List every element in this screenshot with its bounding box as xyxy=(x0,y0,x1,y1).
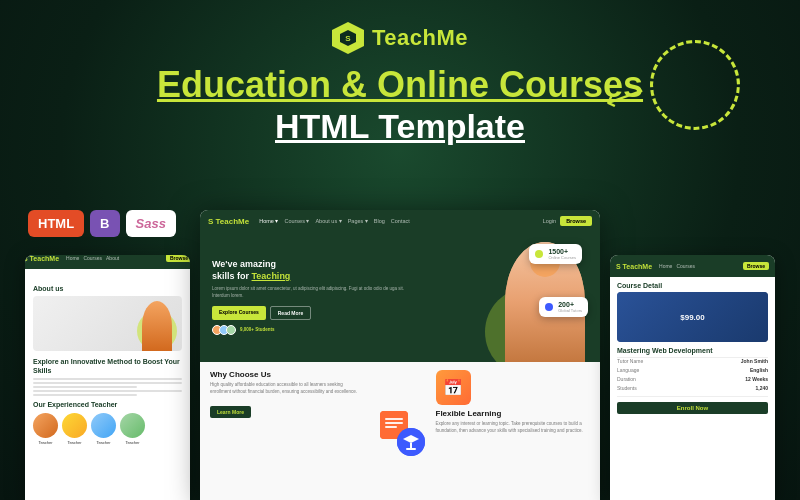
student-avatars xyxy=(212,325,236,335)
calendar-icon: 📅 xyxy=(436,370,471,405)
badge-bootstrap: B xyxy=(90,210,119,237)
flexible-title: Flexible Learning xyxy=(436,409,591,418)
courses-count: 1500+ xyxy=(548,248,576,255)
logo-text: TeachMe xyxy=(372,25,468,51)
badge-html: HTML xyxy=(28,210,84,237)
why-choose-section: Why Choose Us High quality affordable ed… xyxy=(210,370,365,492)
text-line-4 xyxy=(33,390,182,392)
teacher-name-2: Teacher xyxy=(62,440,87,445)
logo-me: Me xyxy=(436,25,468,50)
teacher-4: Teacher xyxy=(120,413,145,445)
svg-text:S: S xyxy=(345,34,351,43)
teacher-section-title: Our Experienced Teacher xyxy=(33,401,182,408)
hero-students: 9,000+ Students xyxy=(212,325,408,335)
hero-highlight: Teaching xyxy=(252,271,291,281)
duration-label: Duration xyxy=(617,376,636,382)
logo-teach: Teach xyxy=(372,25,436,50)
tutors-icon xyxy=(545,303,553,311)
header: S TeachMe Education & Online Courses HTM… xyxy=(0,0,800,146)
why-icon-stack xyxy=(375,406,425,456)
courses-icon xyxy=(535,250,543,258)
center-bottom-section: Why Choose Us High quality affordable ed… xyxy=(200,362,600,500)
stat-badge-courses: 1500+ Online Courses xyxy=(529,244,582,264)
center-nav-links: Home ▾ Courses ▾ About us ▾ Pages ▾ Blog… xyxy=(259,218,410,224)
browser-left: S TeachMe HomeCoursesAbout Browse About … xyxy=(25,255,190,500)
why-choose-title: Why Choose Us xyxy=(210,370,365,379)
students-value: 1,240 xyxy=(755,385,768,391)
duration-value: 12 Weeks xyxy=(745,376,768,382)
course-detail-image: $99.00 xyxy=(617,292,768,342)
divider-2 xyxy=(617,396,768,397)
flexible-section: 📅 Flexible Learning Explore any interest… xyxy=(436,370,591,492)
teacher-avatars: Teacher Teacher Teacher Teacher xyxy=(33,413,182,445)
student-av-3 xyxy=(226,325,236,335)
hero-heading-line2: skills for xyxy=(212,271,249,281)
read-more-btn[interactable]: Read More xyxy=(270,306,312,320)
center-nav-bar: S TeachMe Home ▾ Courses ▾ About us ▾ Pa… xyxy=(200,210,600,232)
explore-courses-btn[interactable]: Explore Courses xyxy=(212,306,266,320)
teacher-pic-3 xyxy=(91,413,116,438)
enroll-btn[interactable]: Enroll Now xyxy=(617,402,768,414)
logo-icon: S xyxy=(332,22,364,54)
courses-label: Online Courses xyxy=(548,255,576,260)
svg-rect-9 xyxy=(406,448,416,450)
main-title: Education & Online Courses xyxy=(157,64,643,105)
stat-badge-tutors: 200+ Global Tutors xyxy=(539,297,588,317)
hero-subtext: Lorem ipsum dolor sit amet consectetur, … xyxy=(212,286,408,300)
right-nav-bar: S TeachMe Home Courses Browse xyxy=(610,255,775,277)
teacher-name-4: Teacher xyxy=(120,440,145,445)
teacher-3: Teacher xyxy=(91,413,116,445)
about-title: About us xyxy=(33,285,182,292)
text-line-2 xyxy=(33,382,182,384)
right-browse-btn[interactable]: Browse xyxy=(743,262,769,270)
learn-more-btn[interactable]: Learn More xyxy=(210,406,251,418)
logo-area: S TeachMe xyxy=(332,22,468,54)
students-count: 9,000+ Students xyxy=(240,327,274,332)
left-content-body: About us Explore an Innovative Method to… xyxy=(25,277,190,453)
tutors-label: Global Tutors xyxy=(558,308,582,313)
tech-badges: HTML B Sass xyxy=(28,210,176,237)
teacher-pic-4 xyxy=(120,413,145,438)
center-nav-actions: Login Browse xyxy=(543,216,592,226)
left-browse-btn[interactable]: Browse xyxy=(166,255,190,262)
browser-center: S TeachMe Home ▾ Courses ▾ About us ▾ Pa… xyxy=(200,210,600,500)
tutor-label: Tutor Name xyxy=(617,358,643,364)
login-link[interactable]: Login xyxy=(543,218,556,224)
why-icon-area xyxy=(373,370,428,492)
teacher-name-3: Teacher xyxy=(91,440,116,445)
sub-title: HTML Template xyxy=(275,107,525,146)
detail-row-students: Students 1,240 xyxy=(617,385,768,391)
center-logo: S TeachMe xyxy=(208,217,249,226)
teacher-1: Teacher xyxy=(33,413,58,445)
hero-text-area: We've amazing skills for Teaching Lorem … xyxy=(200,249,420,345)
course-price: $99.00 xyxy=(680,313,704,322)
text-line-5 xyxy=(33,394,137,396)
center-hero: We've amazing skills for Teaching Lorem … xyxy=(200,232,600,362)
course-detail-title: Course Detail xyxy=(610,277,775,292)
browse-button[interactable]: Browse xyxy=(560,216,592,226)
svg-rect-4 xyxy=(385,422,403,424)
graduation-icon xyxy=(397,428,425,456)
course-details-list: Tutor Name John Smith Language English D… xyxy=(610,358,775,391)
browser-right: S TeachMe Home Courses Browse Course Det… xyxy=(610,255,775,500)
teacher-pic-1 xyxy=(33,413,58,438)
about-text-lines xyxy=(33,378,182,396)
about-hero-image xyxy=(33,296,182,351)
left-nav-bar: S TeachMe HomeCoursesAbout Browse xyxy=(25,255,190,269)
text-line-3 xyxy=(33,386,137,388)
teacher-name-1: Teacher xyxy=(33,440,58,445)
about-person-figure xyxy=(142,301,172,351)
about-method-title: Explore an Innovative Method to Boost Yo… xyxy=(33,357,182,375)
badge-sass: Sass xyxy=(126,210,176,237)
flexible-text: Explore any interest or learning topic. … xyxy=(436,421,591,435)
tutors-count: 200+ xyxy=(558,301,582,308)
why-choose-text: High quality affordable education access… xyxy=(210,382,365,396)
detail-row-language: Language English xyxy=(617,367,768,373)
course-title: Mastering Web Development xyxy=(610,347,775,357)
right-logo: S TeachMe xyxy=(616,263,652,270)
language-value: English xyxy=(750,367,768,373)
teacher-2: Teacher xyxy=(62,413,87,445)
svg-rect-5 xyxy=(385,426,397,428)
left-logo: S TeachMe xyxy=(25,255,59,262)
tutor-value: John Smith xyxy=(741,358,768,364)
